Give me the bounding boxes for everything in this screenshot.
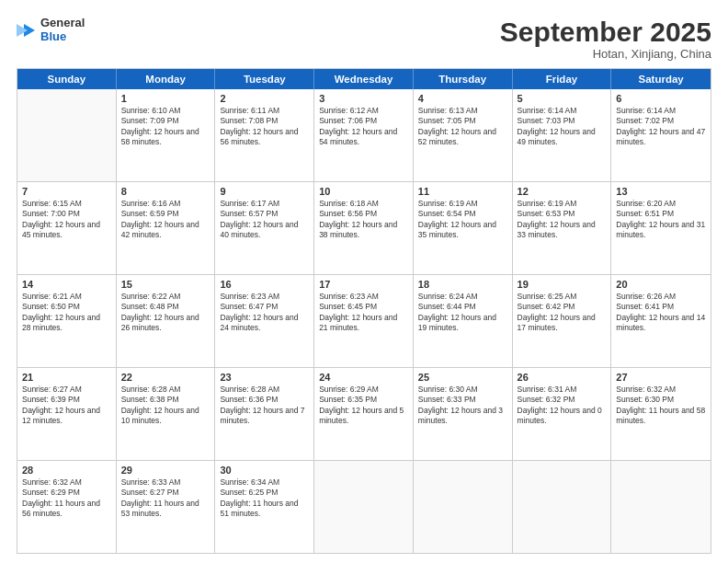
- day-number: 14: [22, 279, 111, 290]
- logo-bird-icon: [17, 20, 37, 40]
- sunrise-label: Sunrise: 6:31 AM: [518, 385, 577, 394]
- sunrise-label: Sunrise: 6:20 AM: [616, 199, 676, 208]
- calendar-cell: 9Sunrise: 6:17 AMSunset: 6:57 PMDaylight…: [215, 182, 314, 274]
- daylight-label: Daylight: 12 hours and 24 minutes.: [220, 313, 298, 332]
- calendar-cell: 6Sunrise: 6:14 AMSunset: 7:02 PMDaylight…: [611, 89, 711, 181]
- day-number: 9: [220, 186, 309, 197]
- calendar-cell: 17Sunrise: 6:23 AMSunset: 6:45 PMDayligh…: [314, 275, 414, 367]
- calendar-cell: 5Sunrise: 6:14 AMSunset: 7:03 PMDaylight…: [513, 89, 612, 181]
- calendar-cell: 28Sunrise: 6:32 AMSunset: 6:29 PMDayligh…: [17, 461, 117, 553]
- sunrise-label: Sunrise: 6:15 AM: [22, 199, 82, 208]
- calendar-cell: 21Sunrise: 6:27 AMSunset: 6:39 PMDayligh…: [17, 368, 117, 460]
- sunset-label: Sunset: 6:51 PM: [616, 209, 674, 218]
- cell-info: Sunrise: 6:27 AMSunset: 6:39 PMDaylight:…: [22, 385, 111, 427]
- daylight-label: Daylight: 12 hours and 26 minutes.: [121, 313, 199, 332]
- calendar-cell: 20Sunrise: 6:26 AMSunset: 6:41 PMDayligh…: [611, 275, 711, 367]
- calendar-cell: 10Sunrise: 6:18 AMSunset: 6:56 PMDayligh…: [314, 182, 414, 274]
- sunrise-label: Sunrise: 6:22 AM: [121, 292, 181, 301]
- calendar-cell: 23Sunrise: 6:28 AMSunset: 6:36 PMDayligh…: [215, 368, 314, 460]
- day-number: 16: [220, 279, 309, 290]
- sunset-label: Sunset: 6:57 PM: [220, 209, 278, 218]
- sunrise-label: Sunrise: 6:32 AM: [22, 477, 82, 487]
- day-number: 29: [121, 465, 210, 476]
- daylight-label: Daylight: 12 hours and 54 minutes.: [319, 127, 397, 146]
- sunset-label: Sunset: 6:30 PM: [616, 395, 674, 404]
- sunset-label: Sunset: 7:05 PM: [418, 116, 476, 125]
- calendar-cell: 2Sunrise: 6:11 AMSunset: 7:08 PMDaylight…: [215, 89, 314, 181]
- cell-info: Sunrise: 6:16 AMSunset: 6:59 PMDaylight:…: [121, 199, 210, 241]
- daylight-label: Daylight: 12 hours and 10 minutes.: [121, 406, 199, 425]
- sunset-label: Sunset: 6:33 PM: [418, 395, 476, 404]
- page: General Blue September 2025 Hotan, Xinji…: [0, 0, 728, 563]
- day-number: 30: [220, 465, 309, 476]
- sunrise-label: Sunrise: 6:24 AM: [418, 292, 478, 301]
- sunset-label: Sunset: 6:56 PM: [319, 209, 377, 218]
- daylight-label: Daylight: 12 hours and 12 minutes.: [22, 406, 100, 425]
- sunrise-label: Sunrise: 6:14 AM: [616, 106, 676, 115]
- sunset-label: Sunset: 7:00 PM: [22, 209, 80, 218]
- calendar-header: Sunday Monday Tuesday Wednesday Thursday…: [17, 69, 711, 89]
- header-sunday: Sunday: [17, 69, 117, 89]
- day-number: 5: [518, 93, 607, 104]
- calendar-row-5: 28Sunrise: 6:32 AMSunset: 6:29 PMDayligh…: [17, 461, 711, 553]
- calendar-row-1: 1Sunrise: 6:10 AMSunset: 7:09 PMDaylight…: [17, 89, 711, 182]
- cell-info: Sunrise: 6:23 AMSunset: 6:45 PMDaylight:…: [319, 292, 408, 334]
- sunrise-label: Sunrise: 6:32 AM: [616, 385, 676, 394]
- calendar-cell: [414, 461, 513, 553]
- calendar-cell: 14Sunrise: 6:21 AMSunset: 6:50 PMDayligh…: [17, 275, 117, 367]
- sunrise-label: Sunrise: 6:23 AM: [220, 292, 279, 301]
- sunset-label: Sunset: 6:25 PM: [220, 488, 278, 497]
- calendar-cell: 19Sunrise: 6:25 AMSunset: 6:42 PMDayligh…: [513, 275, 612, 367]
- calendar-cell: 12Sunrise: 6:19 AMSunset: 6:53 PMDayligh…: [513, 182, 612, 274]
- logo-line1: General: [40, 17, 85, 30]
- sunrise-label: Sunrise: 6:19 AM: [518, 199, 577, 208]
- sunset-label: Sunset: 6:35 PM: [319, 395, 377, 404]
- logo-text: General Blue: [17, 17, 85, 44]
- calendar-cell: 25Sunrise: 6:30 AMSunset: 6:33 PMDayligh…: [414, 368, 513, 460]
- daylight-label: Daylight: 12 hours and 33 minutes.: [518, 220, 596, 239]
- location-subtitle: Hotan, Xinjiang, China: [500, 47, 711, 61]
- sunrise-label: Sunrise: 6:11 AM: [220, 106, 279, 115]
- sunrise-label: Sunrise: 6:10 AM: [121, 106, 181, 115]
- day-number: 19: [518, 279, 607, 290]
- sunrise-label: Sunrise: 6:25 AM: [518, 292, 577, 301]
- day-number: 4: [418, 93, 507, 104]
- daylight-label: Daylight: 12 hours and 5 minutes.: [319, 406, 404, 425]
- cell-info: Sunrise: 6:19 AMSunset: 6:54 PMDaylight:…: [418, 199, 507, 241]
- calendar-cell: 8Sunrise: 6:16 AMSunset: 6:59 PMDaylight…: [117, 182, 216, 274]
- calendar-body: 1Sunrise: 6:10 AMSunset: 7:09 PMDaylight…: [17, 89, 711, 553]
- daylight-label: Daylight: 12 hours and 52 minutes.: [418, 127, 496, 146]
- calendar-cell: [611, 461, 711, 553]
- cell-info: Sunrise: 6:30 AMSunset: 6:33 PMDaylight:…: [418, 385, 507, 427]
- calendar: Sunday Monday Tuesday Wednesday Thursday…: [17, 68, 711, 554]
- header-friday: Friday: [513, 69, 612, 89]
- sunrise-label: Sunrise: 6:29 AM: [319, 385, 379, 394]
- header: General Blue September 2025 Hotan, Xinji…: [17, 17, 711, 61]
- sunrise-label: Sunrise: 6:27 AM: [22, 385, 82, 394]
- cell-info: Sunrise: 6:13 AMSunset: 7:05 PMDaylight:…: [418, 106, 507, 148]
- sunset-label: Sunset: 6:54 PM: [418, 209, 476, 218]
- sunrise-label: Sunrise: 6:30 AM: [418, 385, 478, 394]
- day-number: 17: [319, 279, 408, 290]
- daylight-label: Daylight: 12 hours and 28 minutes.: [22, 313, 100, 332]
- daylight-label: Daylight: 12 hours and 49 minutes.: [518, 127, 596, 146]
- day-number: 8: [121, 186, 210, 197]
- day-number: 21: [22, 372, 111, 383]
- day-number: 3: [319, 93, 408, 104]
- calendar-cell: 15Sunrise: 6:22 AMSunset: 6:48 PMDayligh…: [117, 275, 216, 367]
- calendar-cell: 1Sunrise: 6:10 AMSunset: 7:09 PMDaylight…: [117, 89, 216, 181]
- sunset-label: Sunset: 6:36 PM: [220, 395, 278, 404]
- sunrise-label: Sunrise: 6:12 AM: [319, 106, 379, 115]
- sunrise-label: Sunrise: 6:28 AM: [121, 385, 181, 394]
- cell-info: Sunrise: 6:33 AMSunset: 6:27 PMDaylight:…: [121, 477, 210, 520]
- logo: General Blue: [17, 17, 85, 44]
- cell-info: Sunrise: 6:10 AMSunset: 7:09 PMDaylight:…: [121, 106, 210, 148]
- sunset-label: Sunset: 6:50 PM: [22, 302, 80, 311]
- day-number: 2: [220, 93, 309, 104]
- cell-info: Sunrise: 6:19 AMSunset: 6:53 PMDaylight:…: [518, 199, 607, 241]
- cell-info: Sunrise: 6:12 AMSunset: 7:06 PMDaylight:…: [319, 106, 408, 148]
- sunset-label: Sunset: 7:09 PM: [121, 116, 179, 125]
- day-number: 22: [121, 372, 210, 383]
- cell-info: Sunrise: 6:11 AMSunset: 7:08 PMDaylight:…: [220, 106, 309, 148]
- calendar-row-2: 7Sunrise: 6:15 AMSunset: 7:00 PMDaylight…: [17, 182, 711, 275]
